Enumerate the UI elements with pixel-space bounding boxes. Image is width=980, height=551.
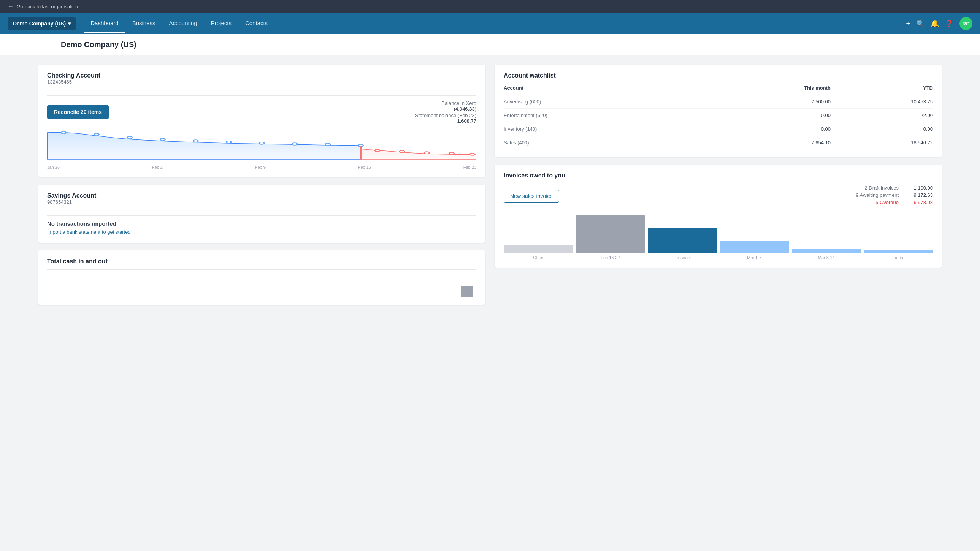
watchlist-table: Account This month YTD Advertising (600)… — [504, 85, 933, 149]
watchlist-col-account: Account — [504, 85, 707, 95]
nav-links: Dashboard Business Accounting Projects C… — [84, 14, 906, 33]
watchlist-row-3-account: Sales (400) — [504, 136, 707, 150]
balance-in-xero-value: (4,946.33) — [415, 106, 476, 112]
watchlist-row-0-thismonth: 2,500.00 — [707, 95, 830, 109]
checking-account-number: 132435465 — [47, 79, 100, 85]
avatar[interactable]: RC — [959, 17, 972, 30]
savings-account-card: Savings Account 987654321 ⋮ No transacti… — [38, 185, 485, 243]
balance-in-xero-label: Balance in Xero — [415, 100, 476, 106]
svg-point-7 — [292, 143, 297, 145]
awaiting-label: 9 Awaiting payment — [856, 192, 899, 198]
invoices-bar-chart: OlderFeb 16-22This weekMar 1-7Mar 8-14Fu… — [504, 214, 933, 260]
invoices-header-row: New sales invoice 2 Draft invoices 1,100… — [504, 185, 933, 207]
bar-group: Feb 16-22 — [576, 215, 645, 260]
svg-point-14 — [470, 153, 475, 156]
reconcile-button[interactable]: Reconcile 29 items — [47, 105, 109, 119]
new-invoice-button[interactable]: New sales invoice — [504, 190, 559, 203]
svg-point-3 — [160, 138, 165, 141]
bar-group: Future — [864, 250, 933, 260]
add-icon[interactable]: + — [906, 20, 910, 28]
total-cash-menu[interactable]: ⋮ — [469, 258, 476, 265]
table-row: Inventory (140) 0.00 0.00 — [504, 122, 933, 136]
watchlist-title: Account watchlist — [504, 72, 933, 79]
total-cash-card: Total cash in and out ⋮ — [38, 251, 485, 305]
watchlist-row-0-ytd: 10,453.75 — [830, 95, 933, 109]
bar-label: Mar 8-14 — [818, 256, 835, 260]
bar — [864, 250, 933, 253]
help-icon[interactable]: ❓ — [945, 19, 953, 28]
svg-point-10 — [375, 149, 380, 152]
import-link[interactable]: Import a bank statement to get started — [47, 229, 131, 235]
table-row: Entertainment (620) 0.00 22.00 — [504, 109, 933, 122]
company-selector[interactable]: Demo Company (US) ▾ — [8, 17, 76, 30]
watchlist-col-thismonth: This month — [707, 85, 830, 95]
watchlist-row-1-ytd: 22.00 — [830, 109, 933, 122]
watchlist-col-ytd: YTD — [830, 85, 933, 95]
svg-point-2 — [127, 137, 132, 139]
bar — [648, 228, 717, 253]
watchlist-row-2-thismonth: 0.00 — [707, 122, 830, 136]
chart-label-feb16: Feb 16 — [358, 165, 371, 170]
svg-point-1 — [94, 133, 99, 136]
invoices-title: Invoices owed to you — [504, 172, 933, 179]
watchlist-row-0-account: Advertising (600) — [504, 95, 707, 109]
watchlist-row-2-account: Inventory (140) — [504, 122, 707, 136]
chart-labels: Jan 26 Feb 2 Feb 9 Feb 16 Feb 23 — [47, 165, 476, 170]
table-row: Advertising (600) 2,500.00 10,453.75 — [504, 95, 933, 109]
watchlist-row-2-ytd: 0.00 — [830, 122, 933, 136]
savings-account-number: 987654321 — [47, 199, 96, 205]
bar-label: This week — [673, 256, 692, 260]
bar-label: Older — [533, 256, 543, 260]
watchlist-row-1-account: Entertainment (620) — [504, 109, 707, 122]
chart-label-feb23: Feb 23 — [463, 165, 476, 170]
svg-point-11 — [399, 151, 404, 153]
draft-value: 1,100.00 — [906, 185, 933, 191]
table-row: Sales (400) 7,654.10 18,546.22 — [504, 136, 933, 150]
bar-group: Mar 1-7 — [720, 241, 789, 260]
company-name: Demo Company (US) — [13, 21, 66, 27]
page-title: Demo Company (US) — [61, 40, 919, 49]
bar — [720, 241, 789, 253]
search-icon[interactable]: 🔍 — [916, 19, 924, 28]
caret-icon: ▾ — [68, 21, 71, 27]
nav-projects[interactable]: Projects — [204, 14, 239, 33]
top-bar: ← Go back to last organisation — [0, 0, 980, 13]
nav-dashboard[interactable]: Dashboard — [84, 14, 125, 33]
checking-account-menu[interactable]: ⋮ — [469, 72, 476, 79]
statement-balance-label: Statement balance (Feb 23) — [415, 113, 476, 118]
back-arrow-icon: ← — [8, 3, 14, 10]
statement-balance-value: 1,608.77 — [415, 118, 476, 124]
draft-label: 2 Draft invoices — [864, 185, 899, 191]
svg-point-6 — [259, 142, 264, 144]
overdue-label: 5 Overdue — [875, 200, 899, 205]
bar-label: Feb 16-22 — [601, 256, 620, 260]
no-transactions-label: No transactions imported — [47, 221, 476, 227]
savings-account-menu[interactable]: ⋮ — [469, 192, 476, 199]
checking-account-card: Checking Account 132435465 ⋮ Reconcile 2… — [38, 65, 485, 177]
chart-label-jan26: Jan 26 — [47, 165, 60, 170]
account-watchlist-card: Account watchlist Account This month YTD… — [495, 65, 942, 157]
watchlist-row-3-thismonth: 7,654.10 — [707, 136, 830, 150]
nav-business[interactable]: Business — [126, 14, 162, 33]
svg-point-13 — [449, 152, 454, 155]
bar — [576, 215, 645, 253]
bar-group: This week — [648, 228, 717, 260]
svg-point-0 — [61, 132, 66, 134]
awaiting-value: 9,172.63 — [906, 192, 933, 198]
checking-account-title: Checking Account — [47, 72, 100, 79]
bar-label: Future — [892, 256, 904, 260]
total-cash-title: Total cash in and out — [47, 258, 108, 265]
bar-group: Mar 8-14 — [792, 249, 861, 260]
svg-point-5 — [226, 141, 231, 143]
nav-accounting[interactable]: Accounting — [162, 14, 204, 33]
bar-group: Older — [504, 245, 573, 260]
back-label[interactable]: Go back to last organisation — [17, 4, 78, 10]
notifications-icon[interactable]: 🔔 — [931, 19, 939, 28]
invoices-owed-card: Invoices owed to you New sales invoice 2… — [495, 165, 942, 268]
overdue-value: 6,978.08 — [906, 200, 933, 205]
nav-contacts[interactable]: Contacts — [239, 14, 274, 33]
svg-rect-15 — [461, 286, 473, 297]
svg-point-4 — [193, 140, 198, 142]
watchlist-row-1-thismonth: 0.00 — [707, 109, 830, 122]
bar-label: Mar 1-7 — [747, 256, 761, 260]
